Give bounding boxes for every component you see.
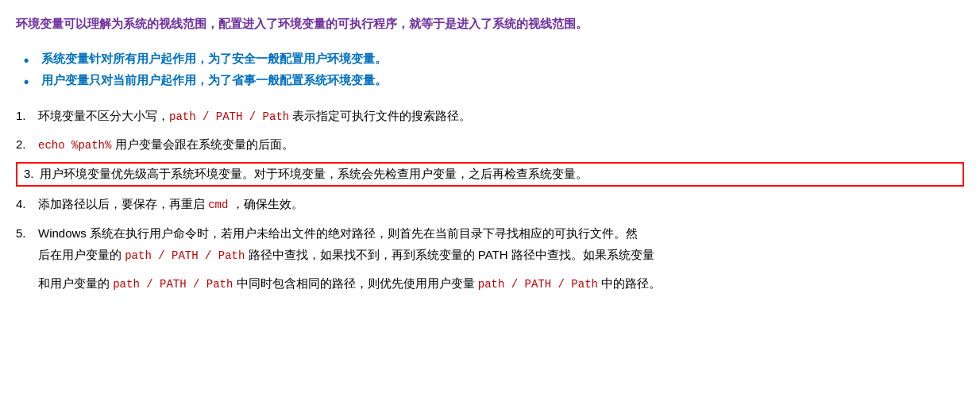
list-item-1: 1. 环境变量不区分大小写，path / PATH / Path 表示指定可执行… <box>16 105 964 127</box>
item-2-after: 用户变量会跟在系统变量的后面。 <box>111 137 293 151</box>
list-item-3-wrapper: 3. 用户环境变量优先级高于系统环境变量。对于环境变量，系统会先检查用户变量，之… <box>16 162 964 187</box>
list-item-2: 2. echo %path% 用户变量会跟在系统变量的后面。 <box>16 133 964 156</box>
item-3-text: 用户环境变量优先级高于系统环境变量。对于环境变量，系统会先检查用户变量，之后再检… <box>40 167 588 180</box>
item-4-after: ，确保生效。 <box>228 197 303 210</box>
bullet-list: 系统变量针对所有用户起作用，为了安全一般配置用户环境变量。 用户变量只对当前用户… <box>24 48 964 91</box>
item-5-num: 5. <box>16 222 26 244</box>
item-1-code: path / PATH / Path <box>169 110 289 123</box>
item-5-line3-code2: path / PATH / Path <box>478 278 598 291</box>
item-5-line3-before: 和用户变量的 <box>38 276 113 290</box>
bullet-item-1: 系统变量针对所有用户起作用，为了安全一般配置用户环境变量。 <box>24 48 964 69</box>
list-item-4: 4. 添加路径以后，要保存，再重启 cmd ，确保生效。 <box>16 193 964 215</box>
item-5-line2-after: 路径中查找，如果找不到，再到系统变量的 PATH 路径中查找。如果系统变量 <box>245 248 654 261</box>
item-5-continuation-2: 和用户变量的 path / PATH / Path 中同时包含相同的路径，则优先… <box>16 272 964 295</box>
item-2-num: 2. <box>16 133 26 155</box>
item-1-after: 表示指定可执行文件的搜索路径。 <box>289 109 471 122</box>
list-item-5: 5. Windows 系统在执行用户命令时，若用户未给出文件的绝对路径，则首先在… <box>16 222 964 244</box>
intro-text: 环境变量可以理解为系统的视线范围，配置进入了环境变量的可执行程序，就等于是进入了… <box>16 14 964 33</box>
item-1-num: 1. <box>16 105 26 126</box>
item-5-line3-after: 中的路径。 <box>598 276 661 290</box>
item-4-code: cmd <box>208 199 228 211</box>
item-4-num: 4. <box>16 193 26 214</box>
item-5-line3-code1: path / PATH / Path <box>113 278 233 291</box>
item-4-before: 添加路径以后，要保存，再重启 <box>38 197 208 210</box>
bullet-item-2: 用户变量只对当前用户起作用，为了省事一般配置系统环境变量。 <box>24 69 964 91</box>
numbered-list-2: 4. 添加路径以后，要保存，再重启 cmd ，确保生效。 5. Windows … <box>16 193 964 243</box>
item-1-before: 环境变量不区分大小写， <box>38 109 169 122</box>
item-5-line2-code: path / PATH / Path <box>125 249 245 262</box>
numbered-list: 1. 环境变量不区分大小写，path / PATH / Path 表示指定可执行… <box>16 105 964 156</box>
item-3-num: 3. <box>24 167 34 180</box>
item-2-code: echo %path% <box>38 139 111 152</box>
item-5-line1: Windows 系统在执行用户命令时，若用户未给出文件的绝对路径，则首先在当前目… <box>38 226 638 240</box>
item-5-line3-mid: 中同时包含相同的路径，则优先使用用户变量 <box>233 276 477 290</box>
item-5-line2-before: 后在用户变量的 <box>38 248 125 261</box>
item-5-continuation-1: 后在用户变量的 path / PATH / Path 路径中查找，如果找不到，再… <box>16 244 964 266</box>
